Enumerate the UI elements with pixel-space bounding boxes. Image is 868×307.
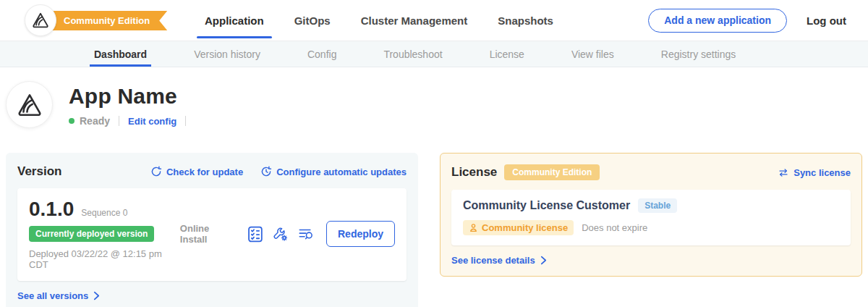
license-card-header: License Community Edition Sync license <box>451 164 851 180</box>
replicated-logo-icon <box>25 4 56 36</box>
check-for-update-link[interactable]: Check for update <box>150 166 243 177</box>
subnav-registry-settings[interactable]: Registry settings <box>657 41 740 67</box>
expiration-label: Does not expire <box>582 222 647 233</box>
license-type-label: Community license <box>482 222 568 233</box>
version-card-header: Version Check for update Configure autom… <box>17 164 407 179</box>
sync-arrows-icon <box>778 167 789 178</box>
main-content: App Name Ready Edit config Version <box>0 81 868 307</box>
auto-update-clock-icon <box>260 166 272 177</box>
license-type-row: Community license Does not expire <box>463 220 839 235</box>
version-card-title: Version <box>17 164 61 179</box>
version-number-row: 0.1.0 Sequence 0 <box>29 198 180 221</box>
configure-automatic-updates-label: Configure automatic updates <box>276 167 407 177</box>
person-icon <box>469 223 478 232</box>
status-label: Ready <box>80 115 110 127</box>
license-card: License Community Edition Sync license C… <box>440 153 862 277</box>
subnav-view-files[interactable]: View files <box>567 41 618 67</box>
edit-config-button[interactable] <box>273 226 289 243</box>
deploy-logs-button[interactable] <box>298 226 314 243</box>
license-card-actions: Sync license <box>778 167 851 178</box>
chevron-right-icon <box>93 291 101 300</box>
subnav-troubleshoot[interactable]: Troubleshoot <box>379 41 446 67</box>
app-sub-nav: Dashboard Version history Config Trouble… <box>0 41 868 67</box>
subnav-dashboard[interactable]: Dashboard <box>90 41 151 67</box>
see-all-versions-label: See all versions <box>17 290 88 301</box>
see-all-versions-link[interactable]: See all versions <box>17 290 101 301</box>
sync-license-label: Sync license <box>793 167 851 178</box>
tab-application[interactable]: Application <box>193 0 276 41</box>
deployed-timestamp: Deployed 03/22/22 @ 12:15 pm CDT <box>29 248 180 270</box>
license-type-badge: Community license <box>463 220 574 235</box>
edit-config-link[interactable]: Edit config <box>128 116 176 127</box>
license-card-title: License <box>451 165 497 180</box>
community-edition-ribbon: Community Edition <box>39 11 167 30</box>
checklist-icon <box>247 226 263 243</box>
version-info: 0.1.0 Sequence 0 Currently deployed vers… <box>29 198 180 270</box>
tab-gitops[interactable]: GitOps <box>283 0 342 41</box>
install-type-label: Online Install <box>180 223 237 245</box>
sequence-label: Sequence 0 <box>81 208 127 218</box>
version-number: 0.1.0 <box>29 198 74 221</box>
current-version-panel: 0.1.0 Sequence 0 Currently deployed vers… <box>17 188 407 281</box>
see-license-details-label: See license details <box>451 255 535 266</box>
version-card-actions: Check for update Configure automatic upd… <box>150 166 407 177</box>
subnav-version-history[interactable]: Version history <box>190 41 265 67</box>
app-header: App Name Ready Edit config <box>6 81 862 128</box>
page-title: App Name <box>69 84 195 109</box>
brand: Community Edition <box>25 4 171 36</box>
tab-snapshots[interactable]: Snapshots <box>486 0 565 41</box>
license-details-panel: Community License Customer Stable Commun… <box>451 190 851 245</box>
version-card: Version Check for update Configure autom… <box>6 153 418 307</box>
version-actions: Online Install <box>180 221 395 247</box>
logout-link[interactable]: Log out <box>807 14 846 27</box>
subnav-config[interactable]: Config <box>303 41 341 67</box>
subnav-license[interactable]: License <box>485 41 529 67</box>
app-status-row: Ready Edit config <box>69 115 195 127</box>
check-for-update-label: Check for update <box>166 167 243 177</box>
channel-badge: Stable <box>638 198 677 213</box>
wrench-gear-icon <box>273 226 289 243</box>
primary-tabs: Application GitOps Cluster Management Sn… <box>190 0 569 41</box>
top-nav: Community Edition Application GitOps Clu… <box>0 0 868 41</box>
refresh-icon <box>150 166 162 177</box>
customer-name: Community License Customer <box>463 199 630 212</box>
add-new-application-button[interactable]: Add a new application <box>648 9 787 33</box>
logs-search-icon <box>298 226 314 243</box>
customer-row: Community License Customer Stable <box>463 198 839 213</box>
divider <box>185 116 186 126</box>
status-dot <box>69 118 75 124</box>
tab-cluster-management[interactable]: Cluster Management <box>349 0 480 41</box>
redeploy-button[interactable]: Redeploy <box>326 221 395 247</box>
community-edition-badge: Community Edition <box>504 164 600 180</box>
divider <box>119 116 119 126</box>
dashboard-cards: Version Check for update Configure autom… <box>6 153 862 307</box>
sync-license-link[interactable]: Sync license <box>778 167 851 178</box>
chevron-right-icon <box>540 256 548 265</box>
preflight-checks-button[interactable] <box>247 226 263 243</box>
see-license-details-link[interactable]: See license details <box>451 255 548 266</box>
configure-automatic-updates-link[interactable]: Configure automatic updates <box>260 166 407 177</box>
app-icon <box>6 81 53 128</box>
app-title-block: App Name Ready Edit config <box>69 81 195 128</box>
currently-deployed-badge: Currently deployed version <box>29 226 154 242</box>
